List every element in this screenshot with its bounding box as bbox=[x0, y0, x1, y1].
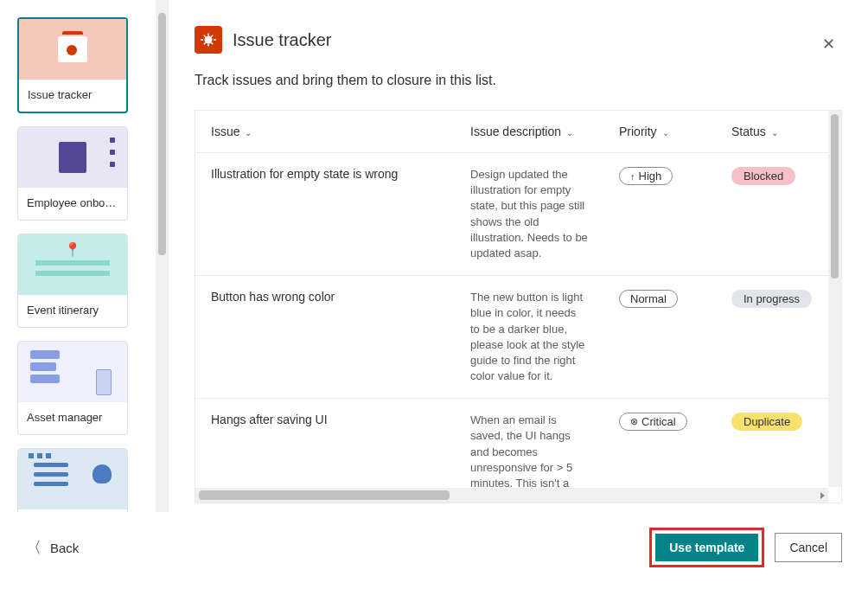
footer-actions: Use template Cancel bbox=[649, 528, 842, 567]
priority-icon: ↑ bbox=[630, 171, 635, 182]
column-label: Priority bbox=[619, 125, 657, 138]
template-thumb-recruitment-tracker bbox=[18, 449, 127, 509]
preview-description: Track issues and bring them to closure i… bbox=[195, 73, 842, 88]
cell-description: The new button is light blue in color, i… bbox=[455, 276, 603, 399]
chevron-down-icon: ⌄ bbox=[566, 128, 573, 138]
template-card-asset-manager[interactable]: Asset manager bbox=[17, 341, 128, 435]
preview-table: Issue⌄ Issue description⌄ Priority⌄ Stat… bbox=[195, 111, 828, 503]
template-card-event-itinerary[interactable]: 📍 Event itinerary bbox=[17, 234, 128, 328]
template-card-issue-tracker[interactable]: Issue tracker bbox=[17, 17, 128, 113]
modal-footer: 〈 Back Use template Cancel bbox=[0, 512, 868, 589]
template-thumb-issue-tracker bbox=[19, 19, 126, 80]
chevron-down-icon: ⌄ bbox=[771, 128, 778, 138]
chevron-down-icon: ⌄ bbox=[662, 128, 669, 138]
modal-body: Issue tracker Employee onboar... 📍 Event… bbox=[0, 0, 868, 512]
cell-issue: Illustration for empty state is wrong bbox=[195, 153, 455, 276]
template-sidebar: Issue tracker Employee onboar... 📍 Event… bbox=[0, 0, 169, 512]
back-button[interactable]: 〈 Back bbox=[26, 537, 79, 558]
priority-pill: ↑High bbox=[619, 167, 673, 185]
cancel-button[interactable]: Cancel bbox=[775, 533, 842, 562]
close-button[interactable]: ✕ bbox=[814, 30, 842, 58]
use-template-highlight: Use template bbox=[649, 528, 764, 567]
chevron-left-icon: 〈 bbox=[26, 537, 41, 558]
use-template-button[interactable]: Use template bbox=[655, 534, 758, 561]
column-header-status[interactable]: Status⌄ bbox=[716, 111, 828, 153]
cell-status: Blocked bbox=[716, 153, 828, 276]
column-header-priority[interactable]: Priority⌄ bbox=[603, 111, 716, 153]
table-row: Illustration for empty state is wrongDes… bbox=[195, 153, 828, 276]
preview-table-container: Issue⌄ Issue description⌄ Priority⌄ Stat… bbox=[195, 110, 842, 503]
table-row: Button has wrong colorThe new button is … bbox=[195, 276, 828, 399]
template-label: Event itinerary bbox=[18, 295, 127, 327]
preview-header: Issue tracker bbox=[195, 26, 842, 54]
template-label: Issue tracker bbox=[19, 80, 126, 112]
column-label: Status bbox=[731, 125, 766, 138]
template-thumb-employee-onboarding bbox=[18, 127, 127, 188]
table-vertical-scrollbar[interactable] bbox=[828, 111, 841, 487]
cell-priority: ↑High bbox=[603, 153, 716, 276]
template-label: Recruitment trac... bbox=[18, 509, 127, 512]
cell-status: In progress bbox=[716, 276, 828, 399]
template-thumb-event-itinerary: 📍 bbox=[18, 234, 127, 295]
column-label: Issue bbox=[211, 125, 239, 138]
bug-icon bbox=[195, 26, 222, 54]
template-preview: ✕ Issue tracker Track issues and bring t… bbox=[169, 0, 868, 512]
template-card-recruitment-tracker[interactable]: Recruitment trac... bbox=[17, 448, 128, 512]
preview-title: Issue tracker bbox=[233, 30, 331, 50]
status-badge: Duplicate bbox=[731, 413, 802, 431]
column-header-issue[interactable]: Issue⌄ bbox=[195, 111, 455, 153]
table-header-row: Issue⌄ Issue description⌄ Priority⌄ Stat… bbox=[195, 111, 828, 153]
priority-pill: Normal bbox=[619, 290, 678, 308]
cell-issue: Button has wrong color bbox=[195, 276, 455, 399]
template-label: Employee onboar... bbox=[18, 188, 127, 220]
template-thumb-asset-manager bbox=[18, 342, 127, 402]
priority-icon: ⊗ bbox=[630, 416, 638, 427]
table-horizontal-scrollbar[interactable] bbox=[195, 488, 828, 503]
back-label: Back bbox=[50, 541, 79, 555]
status-badge: In progress bbox=[731, 290, 812, 308]
cell-priority: Normal bbox=[603, 276, 716, 399]
template-picker-modal: Issue tracker Employee onboar... 📍 Event… bbox=[0, 0, 868, 589]
template-card-employee-onboarding[interactable]: Employee onboar... bbox=[17, 126, 128, 221]
close-icon: ✕ bbox=[822, 35, 835, 54]
sidebar-scrollbar[interactable] bbox=[156, 0, 169, 512]
cell-description: Design updated the illustration for empt… bbox=[455, 153, 603, 276]
status-badge: Blocked bbox=[731, 167, 795, 185]
template-label: Asset manager bbox=[18, 402, 127, 434]
chevron-down-icon: ⌄ bbox=[245, 128, 252, 138]
priority-pill: ⊗Critical bbox=[619, 413, 687, 431]
column-label: Issue description bbox=[470, 125, 561, 138]
column-header-description[interactable]: Issue description⌄ bbox=[455, 111, 603, 153]
